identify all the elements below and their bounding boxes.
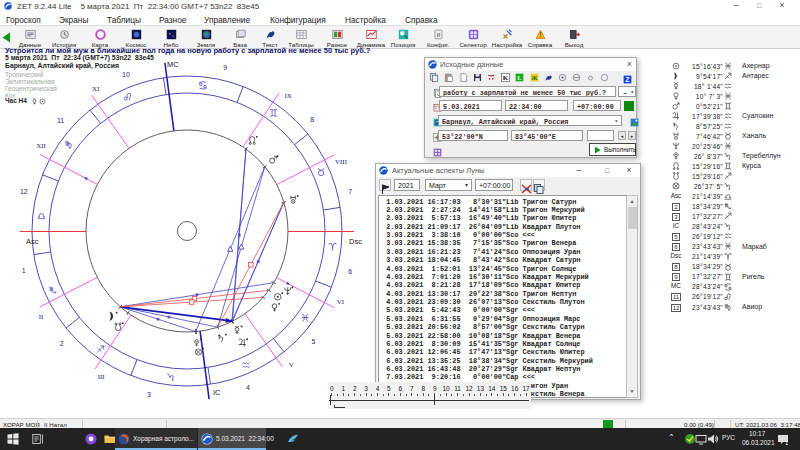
svg-text:3: 3 xyxy=(147,391,151,398)
svg-text:Dsc: Dsc xyxy=(349,237,362,246)
svg-text:XII: XII xyxy=(36,142,46,150)
svg-text:V: V xyxy=(289,361,294,369)
svg-text:K: K xyxy=(503,74,509,82)
svg-text:1: 1 xyxy=(22,267,26,274)
svg-text:и: и xyxy=(436,31,440,38)
svg-text:4: 4 xyxy=(246,384,250,391)
svg-text:10: 10 xyxy=(122,71,130,78)
svg-text:12: 12 xyxy=(20,188,28,195)
svg-text:III: III xyxy=(98,373,106,381)
svg-text:MC: MC xyxy=(167,60,179,69)
svg-text:L: L xyxy=(518,74,522,81)
svg-text:Asc: Asc xyxy=(26,237,39,246)
svg-text:VIII: VIII xyxy=(335,158,348,166)
svg-text:!: ! xyxy=(539,31,541,38)
svg-text:5: 5 xyxy=(311,338,315,345)
svg-text:6: 6 xyxy=(348,268,352,275)
svg-text:7: 7 xyxy=(348,188,352,195)
svg-text:1: 1 xyxy=(785,440,789,446)
svg-text:11: 11 xyxy=(57,117,64,124)
svg-text:IX: IX xyxy=(285,92,292,100)
svg-text:II: II xyxy=(39,313,44,321)
svg-text:2: 2 xyxy=(60,340,64,347)
svg-text:XI: XI xyxy=(92,85,100,93)
svg-text:Ж: Ж xyxy=(531,74,538,81)
svg-text:IC: IC xyxy=(213,388,221,397)
svg-text:8: 8 xyxy=(310,116,314,123)
svg-text:Z: Z xyxy=(625,76,630,83)
svg-text:9: 9 xyxy=(223,64,227,71)
svg-text:VI: VI xyxy=(337,298,345,306)
